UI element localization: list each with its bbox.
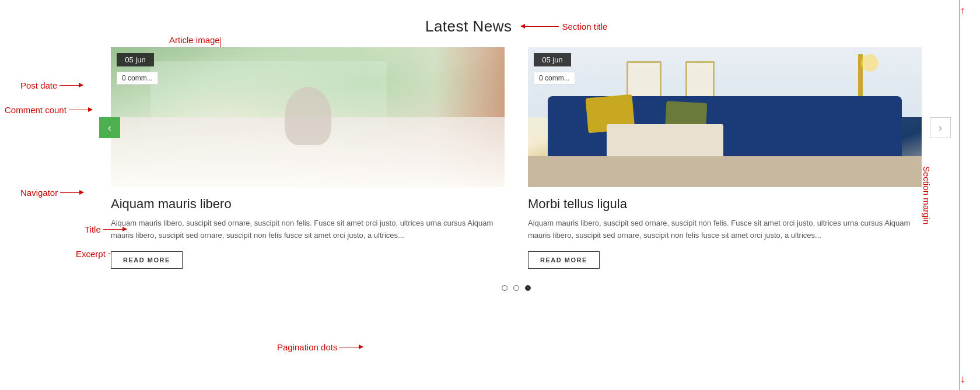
- pagination-dots: [88, 285, 945, 291]
- post-date-badge-2: 05 jun: [534, 53, 571, 66]
- article-body-1: Aiquam mauris libero Aiquam mauris liber…: [111, 187, 505, 275]
- article-body-2: Morbi tellus ligula Aiquam mauris libero…: [528, 187, 922, 275]
- main-content: Latest News Section title ‹: [88, 17, 945, 291]
- navigator-next-button[interactable]: ›: [930, 117, 951, 138]
- article-excerpt-1: Aiquam mauris libero, suscipit sed ornar…: [111, 217, 505, 242]
- article-photo-1: [111, 47, 505, 187]
- navigator-prev-button[interactable]: ‹: [99, 117, 120, 138]
- pagination-dot-1[interactable]: [502, 285, 508, 291]
- article-image-1: 05 jun 0 comm...: [111, 47, 505, 187]
- chevron-left-icon: ‹: [108, 122, 111, 134]
- pagination-dot-3[interactable]: [525, 285, 531, 291]
- section-margin-line: [960, 0, 960, 390]
- navigator-annotation: Navigator: [20, 188, 83, 198]
- article-photo-2: [528, 47, 922, 187]
- section-header: Latest News Section title: [88, 17, 945, 36]
- pagination-annotation: Pagination dots: [277, 342, 363, 352]
- chevron-right-icon: ›: [939, 122, 942, 134]
- section-title-annotation-text: Section title: [562, 22, 608, 31]
- read-more-button-1[interactable]: READ MORE: [111, 251, 183, 269]
- pagination-dot-2[interactable]: [513, 285, 519, 291]
- article-card-1: 05 jun 0 comm... Aiquam mauris libero Ai…: [111, 47, 505, 275]
- article-title-1: Aiquam mauris libero: [111, 196, 505, 212]
- margin-arrow-down: ↓: [960, 373, 965, 385]
- article-title-2: Morbi tellus ligula: [528, 196, 922, 212]
- margin-arrow-up: ↑: [960, 5, 965, 17]
- article-excerpt-2: Aiquam mauris libero, suscipit sed ornar…: [528, 217, 922, 242]
- article-image-2: 05 jun 0 comm...: [528, 47, 922, 187]
- comment-count-annotation: Comment count: [5, 105, 92, 115]
- section-title-annotation-group: Section title: [524, 22, 608, 31]
- comment-badge-2: 0 comm...: [534, 72, 575, 85]
- read-more-button-2[interactable]: READ MORE: [528, 251, 600, 269]
- articles-container: ‹ 05 jun: [111, 47, 922, 275]
- article-card-2: 05 jun 0 comm... Morbi tellus ligula Aiq…: [528, 47, 922, 275]
- post-date-annotation: Post date: [20, 80, 83, 90]
- section-title: Latest News: [425, 17, 512, 36]
- post-date-badge-1: 05 jun: [117, 53, 154, 66]
- comment-badge-1: 0 comm...: [117, 72, 158, 85]
